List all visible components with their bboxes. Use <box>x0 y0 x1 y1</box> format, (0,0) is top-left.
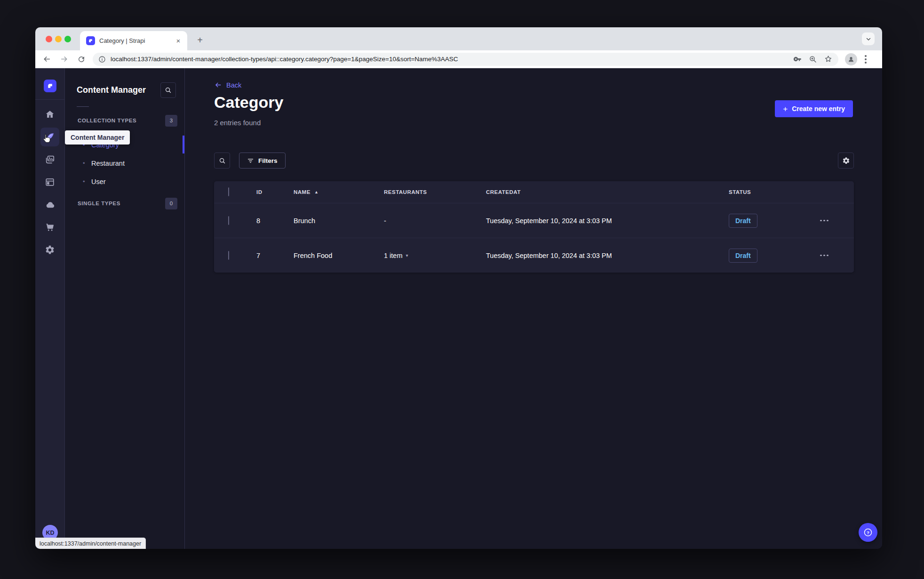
url-bar[interactable]: localhost:1337/admin/content-manager/col… <box>93 53 838 66</box>
nav-content-type-builder-button[interactable] <box>40 173 59 192</box>
active-item-indicator <box>183 136 184 153</box>
maximize-window-button[interactable] <box>64 36 71 42</box>
plus-icon: + <box>783 105 788 113</box>
tab-search-button[interactable] <box>862 32 875 45</box>
strapi-admin: KD Content Manager COLLECTION TYPES 3 • … <box>35 68 882 549</box>
svg-text:?: ? <box>867 530 869 535</box>
create-new-entry-button[interactable]: + Create new entry <box>775 100 853 117</box>
password-key-icon[interactable] <box>793 55 802 64</box>
gear-icon <box>842 157 850 165</box>
row-checkbox[interactable] <box>228 251 229 260</box>
bullet-icon: • <box>83 178 91 185</box>
status-badge: Draft <box>729 214 757 228</box>
nav-cloud-button[interactable] <box>40 195 59 214</box>
browser-menu-icon[interactable] <box>862 54 869 65</box>
column-header-createdat[interactable]: CREATEDAT <box>486 189 729 195</box>
minimize-window-button[interactable] <box>55 36 62 42</box>
column-header-status[interactable]: STATUS <box>729 189 799 195</box>
home-icon <box>45 109 55 120</box>
single-types-count-badge: 0 <box>165 198 177 209</box>
sidebar-item-restaurant[interactable]: • Restaurant <box>65 154 184 172</box>
bookmark-star-icon[interactable] <box>824 55 833 64</box>
forward-nav-icon[interactable] <box>58 53 70 65</box>
mouse-cursor <box>41 133 53 144</box>
link-status-bar: localhost:1337/admin/content-manager <box>35 538 146 549</box>
section-label: COLLECTION TYPES <box>78 118 136 123</box>
tab-strip: Category | Strapi × + <box>35 27 882 50</box>
strapi-favicon-icon <box>86 36 95 45</box>
row-checkbox[interactable] <box>228 216 229 225</box>
column-header-id[interactable]: ID <box>256 189 294 195</box>
help-button[interactable]: ? <box>859 523 877 542</box>
entries-table: ID NAME ▲ RESTAURANTS CREATEDAT STATUS 8… <box>214 181 854 273</box>
subnav-divider <box>77 106 89 107</box>
search-icon <box>165 87 172 94</box>
gear-icon <box>45 245 55 255</box>
section-label: SINGLE TYPES <box>78 201 120 206</box>
subnav-search-button[interactable] <box>160 82 176 98</box>
table-row[interactable]: 7 French Food 1 item ▾ Tuesday, Septembe… <box>214 238 854 273</box>
collection-types-count-badge: 3 <box>165 115 177 127</box>
nav-marketplace-button[interactable] <box>40 218 59 237</box>
browser-toolbar: localhost:1337/admin/content-manager/col… <box>35 50 882 68</box>
question-mark-icon: ? <box>863 527 873 538</box>
page-title: Category <box>214 93 283 112</box>
sort-ascending-icon: ▲ <box>314 190 319 194</box>
column-header-restaurants[interactable]: RESTAURANTS <box>384 189 486 195</box>
nav-home-button[interactable] <box>40 105 59 124</box>
select-all-checkbox[interactable] <box>228 187 229 196</box>
cell-name: Brunch <box>294 217 384 225</box>
shopping-cart-icon <box>45 222 55 233</box>
cell-createdat: Tuesday, September 10, 2024 at 3:03 PM <box>486 217 729 225</box>
traffic-lights <box>46 36 71 42</box>
content-manager-tooltip: Content Manager <box>65 130 130 145</box>
tab-title: Category | Strapi <box>99 37 174 44</box>
new-tab-button[interactable]: + <box>194 34 206 47</box>
entries-count: 2 entries found <box>214 119 261 127</box>
browser-tab[interactable]: Category | Strapi × <box>80 31 187 50</box>
main-content: Back Category 2 entries found + Create n… <box>185 68 882 549</box>
zoom-page-icon[interactable] <box>809 55 817 64</box>
cell-name: French Food <box>294 252 384 259</box>
table-search-button[interactable] <box>214 153 230 169</box>
cell-createdat: Tuesday, September 10, 2024 at 3:03 PM <box>486 252 729 259</box>
browser-window: Category | Strapi × + localhost:1337/adm… <box>35 27 882 549</box>
filter-toolbar: Filters <box>214 153 854 169</box>
close-window-button[interactable] <box>46 36 52 42</box>
nav-settings-button[interactable] <box>40 241 59 259</box>
rail-divider <box>35 99 65 100</box>
search-icon <box>219 157 226 164</box>
layout-builder-icon <box>45 177 55 187</box>
filters-button[interactable]: Filters <box>239 153 286 169</box>
bullet-icon: • <box>83 160 91 167</box>
browser-profile-avatar[interactable] <box>845 53 857 65</box>
filter-icon <box>247 157 254 164</box>
page-info-icon[interactable] <box>98 56 106 63</box>
table-row[interactable]: 8 Brunch - Tuesday, September 10, 2024 a… <box>214 203 854 238</box>
sidebar-item-user[interactable]: • User <box>65 172 184 191</box>
cell-id: 7 <box>256 252 294 259</box>
single-types-section: SINGLE TYPES 0 <box>78 196 177 210</box>
cloud-icon <box>45 200 56 210</box>
back-link[interactable]: Back <box>214 81 241 89</box>
cell-id: 8 <box>256 217 294 225</box>
table-header-row: ID NAME ▲ RESTAURANTS CREATEDAT STATUS <box>214 181 854 203</box>
collection-types-section: COLLECTION TYPES 3 <box>78 113 177 128</box>
status-badge: Draft <box>729 249 757 263</box>
column-header-name[interactable]: NAME ▲ <box>294 189 384 195</box>
row-actions-icon[interactable] <box>799 220 854 222</box>
arrow-left-icon <box>214 81 222 89</box>
row-actions-icon[interactable] <box>799 255 854 257</box>
cell-restaurants: - <box>384 217 486 225</box>
chevron-down-icon: ▾ <box>406 253 408 258</box>
nav-media-library-button[interactable] <box>40 150 59 169</box>
strapi-logo[interactable] <box>44 80 56 92</box>
view-settings-button[interactable] <box>838 153 854 169</box>
back-nav-icon[interactable] <box>40 53 53 65</box>
url-text[interactable]: localhost:1337/admin/content-manager/col… <box>111 56 789 63</box>
media-library-icon <box>45 154 55 165</box>
cell-restaurants[interactable]: 1 item ▾ <box>384 252 486 259</box>
subnav-title: Content Manager <box>77 85 146 95</box>
tab-close-icon[interactable]: × <box>174 37 183 45</box>
reload-icon[interactable] <box>75 53 88 65</box>
